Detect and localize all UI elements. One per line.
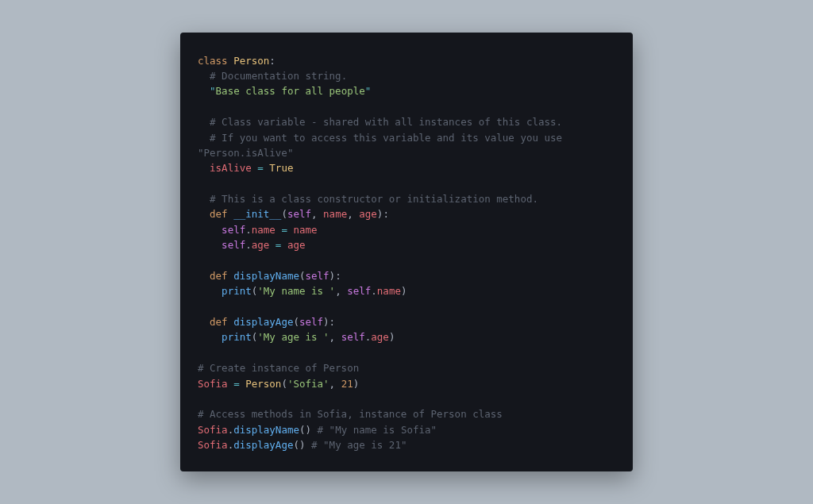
code-editor: class Person: # Documentation string. "B…: [180, 33, 633, 472]
code-token: 21: [341, 378, 353, 390]
code-token: ": [210, 85, 216, 97]
code-token: # "My age is 21": [311, 439, 406, 451]
code-token: age: [359, 208, 377, 220]
code-token: self: [222, 239, 245, 251]
code-token: (: [293, 316, 299, 328]
code-token: (): [293, 439, 305, 451]
code-line: # This is a class constructor or initial…: [198, 191, 615, 206]
code-token: Person: [245, 378, 281, 390]
code-line: # Access methods in Sofia, instance of P…: [198, 406, 615, 421]
code-token: :: [335, 270, 341, 282]
code-line: print('My age is ', self.age): [198, 329, 615, 344]
code-token: __init__: [233, 208, 281, 220]
code-token: # Access methods in Sofia, instance of P…: [198, 408, 503, 420]
code-block: class Person: # Documentation string. "B…: [198, 53, 615, 453]
code-line: [198, 253, 615, 268]
code-token: age: [371, 331, 389, 343]
code-line: # Create instance of Person: [198, 360, 615, 375]
code-line: "Person.isAlive": [198, 145, 615, 160]
code-token: self: [287, 208, 311, 220]
code-token: displayAge: [233, 316, 293, 328]
code-token: (): [299, 424, 311, 436]
code-token: 'Sofia': [287, 378, 329, 390]
code-token: ,: [329, 378, 341, 390]
code-line: print('My name is ', self.name): [198, 283, 615, 298]
code-token: Sofia: [198, 424, 228, 436]
code-line: Sofia = Person('Sofia', 21): [198, 376, 615, 391]
code-token: def: [210, 208, 233, 220]
code-line: self.age = age: [198, 237, 615, 252]
code-token: 'My name is ': [257, 285, 335, 297]
code-token: ): [329, 270, 336, 282]
code-token: # "My name is Sofia": [318, 424, 437, 436]
code-token: self: [222, 224, 245, 236]
code-token: isAlive: [210, 162, 252, 174]
code-token: name: [377, 285, 401, 297]
code-token: age: [252, 239, 270, 251]
code-token: # If you want to access this variable an…: [210, 132, 568, 144]
code-token: def: [210, 316, 233, 328]
code-token: self: [341, 331, 365, 343]
code-token: 'My age is ': [257, 331, 329, 343]
code-token: ,: [347, 208, 359, 220]
code-token: [311, 424, 318, 436]
code-token: self: [299, 316, 323, 328]
code-token: (: [281, 208, 287, 220]
code-token: True: [269, 162, 293, 174]
code-line: def displayName(self):: [198, 268, 615, 283]
code-line: self.name = name: [198, 222, 615, 237]
code-token: displayName: [233, 270, 299, 282]
code-token: .: [245, 224, 252, 236]
code-line: [198, 99, 615, 114]
code-token: # Create instance of Person: [198, 362, 359, 374]
code-token: self: [306, 270, 329, 282]
code-token: [306, 439, 312, 451]
code-token: # Documentation string.: [210, 70, 347, 82]
code-line: [198, 299, 615, 314]
code-token: ,: [335, 285, 347, 297]
code-line: [198, 391, 615, 406]
code-token: displayAge: [233, 439, 293, 451]
code-token: age: [287, 239, 306, 251]
code-line: class Person:: [198, 53, 615, 68]
code-token: ): [389, 331, 395, 343]
code-token: Sofia: [198, 439, 228, 451]
code-line: [198, 345, 615, 360]
code-token: name: [252, 224, 275, 236]
code-line: [198, 176, 615, 191]
code-line: # Class variable - shared with all insta…: [198, 114, 615, 129]
code-token: =: [252, 162, 270, 174]
code-token: :: [329, 316, 336, 328]
code-token: "Person.isAlive": [198, 147, 293, 159]
code-token: ): [401, 285, 407, 297]
code-line: "Base class for all people": [198, 83, 615, 98]
code-token: ,: [311, 208, 323, 220]
code-token: name: [293, 224, 317, 236]
code-token: Sofia: [198, 378, 228, 390]
code-token: self: [347, 285, 371, 297]
code-token: # This is a class constructor or initial…: [210, 193, 538, 205]
code-token: =: [275, 224, 294, 236]
code-token: displayName: [233, 424, 299, 436]
code-token: print: [222, 331, 252, 343]
code-line: # If you want to access this variable an…: [198, 130, 615, 145]
code-token: class: [198, 55, 233, 67]
code-token: .: [245, 239, 252, 251]
code-line: def displayAge(self):: [198, 314, 615, 329]
code-line: def __init__(self, name, age):: [198, 206, 615, 221]
code-token: print: [222, 285, 252, 297]
code-token: Person: [233, 55, 269, 67]
code-line: isAlive = True: [198, 160, 615, 175]
code-token: .: [371, 285, 377, 297]
code-token: Base class for all people: [216, 85, 365, 97]
code-token: ): [323, 316, 329, 328]
code-token: (: [299, 270, 306, 282]
code-token: # Class variable - shared with all insta…: [210, 116, 562, 128]
code-token: def: [210, 270, 233, 282]
code-token: =: [228, 378, 246, 390]
code-token: ,: [329, 331, 341, 343]
code-line: Sofia.displayAge() # "My age is 21": [198, 437, 615, 452]
code-line: Sofia.displayName() # "My name is Sofia": [198, 422, 615, 437]
code-token: =: [269, 239, 287, 251]
code-token: :: [269, 55, 275, 67]
